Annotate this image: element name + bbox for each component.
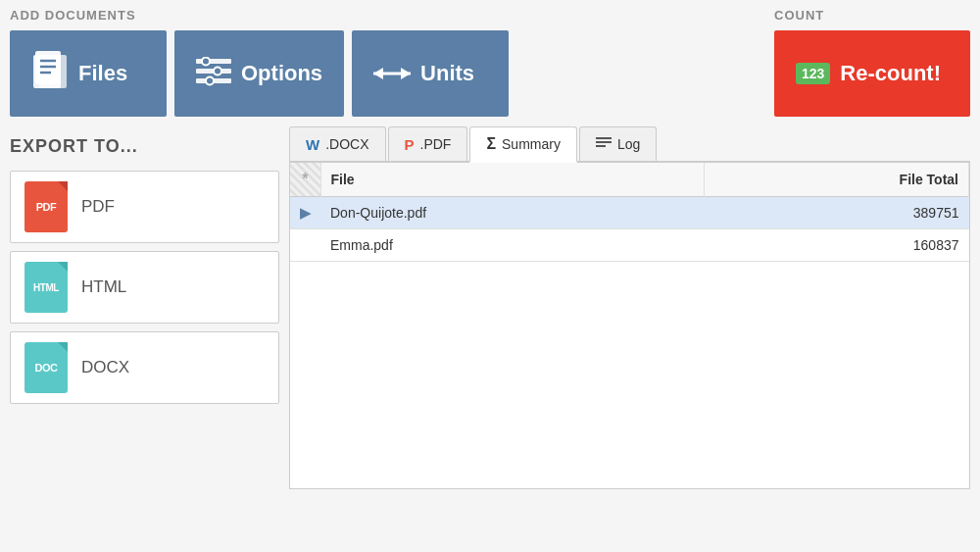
html-icon: HTML xyxy=(24,262,68,313)
tab-summary-label: Summary xyxy=(502,136,561,152)
results-table-container: * File File Total ▶ Don-Quijote.pdf xyxy=(289,163,970,489)
table-row[interactable]: Emma.pdf 160837 xyxy=(290,229,969,262)
options-button[interactable]: Options xyxy=(174,30,344,117)
docx-tab-icon: W xyxy=(306,136,319,153)
tab-summary[interactable]: Σ Summary xyxy=(469,126,577,163)
tab-pdf[interactable]: P .PDF xyxy=(388,126,468,161)
log-tab-icon xyxy=(596,136,612,153)
results-table: * File File Total ▶ Don-Quijote.pdf xyxy=(290,163,969,262)
pdf-icon: PDF xyxy=(24,181,68,232)
files-button-label: Files xyxy=(78,61,127,86)
svg-point-10 xyxy=(214,67,221,75)
units-button[interactable]: Units xyxy=(352,30,509,117)
export-html-label: HTML xyxy=(81,277,126,297)
row-expand xyxy=(290,229,320,262)
tab-bar: W .DOCX P .PDF Σ Summary Log xyxy=(289,126,970,163)
table-row[interactable]: ▶ Don-Quijote.pdf 389751 xyxy=(290,197,969,229)
recount-button-label: Re-count! xyxy=(840,61,941,86)
add-documents-label: ADD DOCUMENTS xyxy=(10,8,764,23)
recount-button[interactable]: 123 Re-count! xyxy=(774,30,970,117)
svg-point-11 xyxy=(206,76,214,84)
export-pdf-item[interactable]: PDF PDF xyxy=(10,171,279,243)
svg-rect-17 xyxy=(596,145,606,147)
pdf-tab-icon: P xyxy=(405,136,415,153)
svg-marker-13 xyxy=(373,68,383,79)
row-total: 389751 xyxy=(705,197,969,229)
tab-log-label: Log xyxy=(617,136,640,152)
svg-point-9 xyxy=(202,57,210,65)
files-button[interactable]: Files xyxy=(10,30,167,117)
export-html-item[interactable]: HTML HTML xyxy=(10,251,279,324)
export-docx-item[interactable]: DOC DOCX xyxy=(10,331,279,404)
export-pdf-label: PDF xyxy=(81,197,115,217)
row-file: Emma.pdf xyxy=(320,229,705,262)
recount-icon: 123 xyxy=(796,63,830,84)
docx-icon: DOC xyxy=(24,342,68,393)
tab-docx[interactable]: W .DOCX xyxy=(289,126,386,161)
tab-log[interactable]: Log xyxy=(579,126,657,161)
count-label: COUNT xyxy=(774,8,824,23)
row-total: 160837 xyxy=(705,229,969,262)
units-icon xyxy=(373,57,411,90)
col-header-file: File xyxy=(320,163,705,197)
svg-rect-15 xyxy=(596,137,612,139)
svg-marker-14 xyxy=(401,68,411,79)
svg-rect-16 xyxy=(596,141,612,143)
summary-tab-icon: Σ xyxy=(486,135,496,153)
row-file: Don-Quijote.pdf xyxy=(320,197,705,229)
export-docx-label: DOCX xyxy=(81,358,129,377)
options-button-label: Options xyxy=(241,61,322,86)
files-icon xyxy=(31,51,69,97)
export-label: EXPORT TO... xyxy=(10,136,279,157)
tab-pdf-label: .PDF xyxy=(420,136,452,152)
col-header-star: * xyxy=(290,163,320,197)
row-expand: ▶ xyxy=(290,197,320,229)
col-header-total: File Total xyxy=(705,163,969,197)
tab-docx-label: .DOCX xyxy=(325,136,368,152)
units-button-label: Units xyxy=(420,61,474,86)
options-icon xyxy=(196,57,231,91)
